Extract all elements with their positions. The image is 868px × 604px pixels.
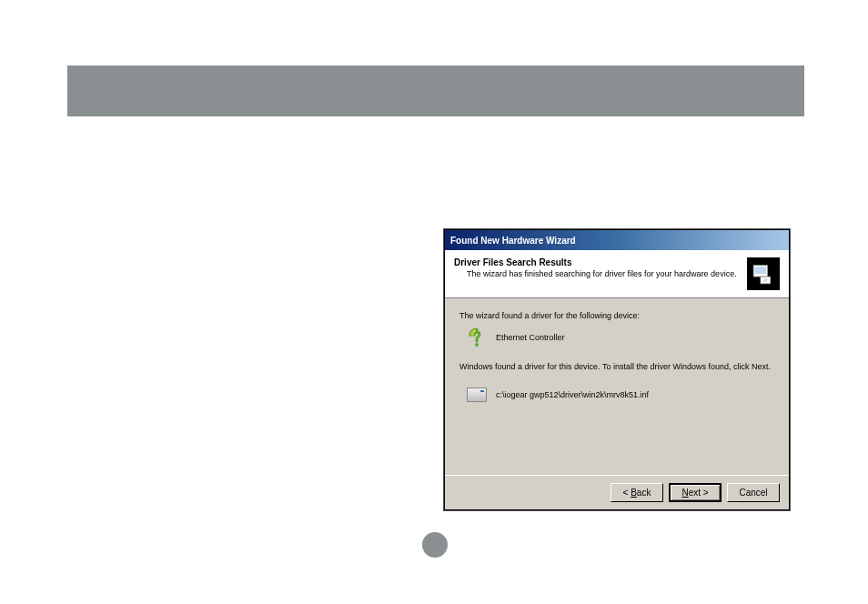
- device-name: Ethernet Controller: [496, 333, 565, 342]
- dialog-button-bar: < Back Next > Cancel: [445, 475, 789, 509]
- found-new-hardware-wizard: Found New Hardware Wizard Driver Files S…: [444, 229, 790, 510]
- found-driver-text: The wizard found a driver for the follow…: [459, 311, 774, 320]
- question-icon: [467, 327, 487, 347]
- dialog-titlebar: Found New Hardware Wizard: [445, 230, 789, 250]
- svg-rect-1: [755, 267, 766, 274]
- dialog-header: Driver Files Search Results The wizard h…: [445, 250, 789, 298]
- driver-path: c:\iogear gwp512\driver\win2k\mrv8k51.in…: [496, 390, 649, 399]
- cancel-button[interactable]: Cancel: [727, 483, 780, 502]
- page-number-badge: [422, 532, 448, 558]
- disk-icon: [467, 388, 487, 402]
- next-button[interactable]: Next >: [669, 483, 722, 502]
- page-header-banner: [67, 65, 804, 116]
- hardware-wizard-icon: [747, 257, 780, 290]
- svg-point-4: [475, 343, 479, 347]
- install-instruction-text: Windows found a driver for this device. …: [459, 362, 774, 371]
- back-button[interactable]: < Back: [611, 483, 663, 502]
- dialog-header-title: Driver Files Search Results: [454, 257, 747, 267]
- dialog-title: Found New Hardware Wizard: [450, 236, 576, 246]
- svg-point-3: [763, 278, 768, 283]
- device-row: Ethernet Controller: [467, 327, 774, 347]
- driver-path-row: c:\iogear gwp512\driver\win2k\mrv8k51.in…: [467, 388, 774, 402]
- dialog-header-subtitle: The wizard has finished searching for dr…: [467, 269, 747, 278]
- dialog-content: The wizard found a driver for the follow…: [445, 298, 789, 475]
- dialog-header-text: Driver Files Search Results The wizard h…: [454, 257, 747, 278]
